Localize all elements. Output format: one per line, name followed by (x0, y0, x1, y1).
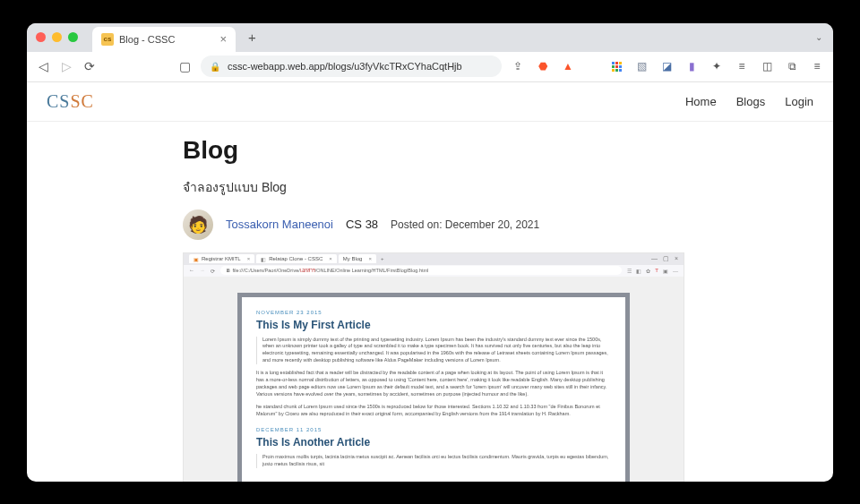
reload-button[interactable]: ⟳ (82, 59, 97, 73)
menu-icon[interactable]: ≡ (810, 59, 824, 73)
inner-tab-3: My Blog× (339, 254, 376, 263)
window-controls (36, 32, 78, 42)
page-viewport: CSSC Home Blogs Login Blog จำลองรูปแบบ B… (27, 82, 833, 482)
brave-shield-icon[interactable]: ⬣ (536, 59, 550, 73)
nav-home[interactable]: Home (685, 95, 717, 108)
forward-button[interactable]: ▷ (59, 59, 73, 73)
close-window-icon[interactable] (36, 32, 46, 42)
article-1-para-1: Lorem Ipsum is simply dummy text of the … (256, 337, 611, 365)
cs-number: CS 38 (346, 218, 378, 231)
avatar: 🧑 (183, 209, 213, 240)
tab-title: Blog - CSSC (119, 34, 175, 45)
tabs-dropdown-icon[interactable]: ⌄ (815, 32, 822, 42)
article-2-heading: This Is Another Article (256, 436, 611, 448)
tab-favicon-icon: cs (101, 33, 114, 46)
inner-tab-2: ◧Relatap Clone - CSSC× (256, 254, 337, 263)
nav-blogs[interactable]: Blogs (736, 95, 766, 108)
share-icon[interactable]: ⇪ (511, 59, 525, 73)
close-tab-icon[interactable]: × (219, 32, 227, 46)
page-title: Blog (183, 136, 684, 165)
browser-tab[interactable]: cs Blog - CSSC × (92, 27, 236, 52)
logo-part-a: CS (47, 91, 70, 111)
post-meta: 🧑 Tossakorn Maneenoi CS 38 Posted on: De… (183, 209, 684, 240)
logo-part-b: SC (70, 91, 93, 111)
reader-icon[interactable]: ≡ (735, 59, 749, 73)
minimize-window-icon[interactable] (52, 32, 62, 42)
inner-minimize-icon: — (651, 255, 658, 262)
extension-icon-1[interactable]: ▧ (634, 59, 649, 73)
site-logo[interactable]: CSSC (47, 91, 94, 112)
inner-tab-1: ▣Registrar KMITL× (189, 254, 254, 263)
inner-maximize-icon: ▢ (663, 255, 669, 262)
site-header: CSSC Home Blogs Login (27, 82, 833, 122)
maximize-window-icon[interactable] (68, 32, 78, 42)
article-1-para-3: he standard chunk of Lorem Ipsum used si… (256, 404, 611, 418)
article-1-date: NOVEMBER 23 2015 (256, 310, 611, 315)
pip-icon[interactable]: ⧉ (785, 59, 799, 73)
brave-logo-icon[interactable]: ▲ (561, 59, 575, 73)
tab-bar: cs Blog - CSSC × + ⌄ (27, 23, 833, 52)
site-nav: Home Blogs Login (685, 95, 813, 108)
posted-date: Posted on: December 20, 2021 (391, 218, 539, 231)
author-link[interactable]: Tossakorn Maneenoi (226, 218, 333, 231)
inner-close-icon: × (675, 255, 678, 262)
bookmark-icon[interactable]: ▢ (177, 59, 192, 73)
article-1-heading: This Is My First Article (256, 319, 611, 331)
content-area[interactable]: Blog จำลองรูปแบบ Blog 🧑 Tossakorn Maneen… (27, 122, 833, 482)
embedded-screenshot: ▣Registrar KMITL× ◧Relatap Clone - CSSC×… (183, 252, 684, 482)
browser-window: cs Blog - CSSC × + ⌄ ◁ ▷ ⟳ ▢ 🔒 cssc-weba… (27, 23, 833, 482)
url-text: cssc-webapp.web.app/blogs/u3fyVkcTRxCYha… (228, 61, 462, 72)
toolbar-right: ⇪ ⬣ ▲ ▧ ◪ ▮ ✦ ≡ ◫ ⧉ ≡ (511, 59, 824, 73)
inner-addressbar: ←→⟳ 🗎 file:///C:/Users/Paori/OneDrive/เอ… (184, 265, 684, 277)
article-2-date: DECEMBER 11 2015 (256, 427, 611, 432)
nav-login[interactable]: Login (785, 95, 813, 108)
extension-icon-2[interactable]: ◪ (659, 59, 674, 73)
extensions-puzzle-icon[interactable]: ✦ (710, 59, 724, 73)
inner-tabbar: ▣Registrar KMITL× ◧Relatap Clone - CSSC×… (184, 253, 684, 265)
sidebar-icon[interactable]: ◫ (760, 59, 774, 73)
extension-icon-3[interactable]: ▮ (684, 59, 699, 73)
article-1-para-2: It is a long established fact that a rea… (256, 370, 611, 398)
article-2-para-1: Proin maximus mollis turpis, lacinia lac… (256, 454, 611, 468)
address-bar: ◁ ▷ ⟳ ▢ 🔒 cssc-webapp.web.app/blogs/u3fy… (27, 52, 833, 82)
back-button[interactable]: ◁ (36, 59, 50, 73)
url-input[interactable]: 🔒 cssc-webapp.web.app/blogs/u3fyVkcTRxCY… (201, 56, 502, 77)
apps-grid-icon[interactable] (609, 59, 624, 73)
page-subtitle: จำลองรูปแบบ Blog (183, 177, 684, 197)
new-tab-button[interactable]: + (248, 30, 256, 45)
lock-icon: 🔒 (210, 62, 220, 72)
